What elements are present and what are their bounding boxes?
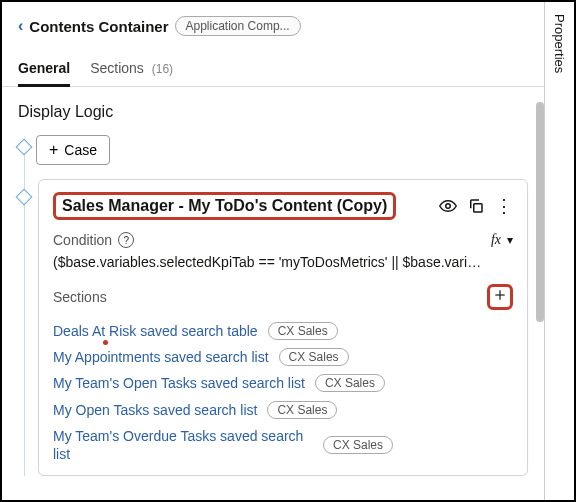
section-link[interactable]: My Open Tasks saved search list	[53, 401, 257, 419]
section-link[interactable]: Deals At Risk saved search table	[53, 322, 258, 340]
case-card: Sales Manager - My ToDo's Content (Copy)…	[38, 179, 528, 476]
card-title[interactable]: Sales Manager - My ToDo's Content (Copy)	[62, 197, 387, 214]
condition-row: Condition ? fx ▾	[53, 232, 513, 248]
tab-sections[interactable]: Sections (16)	[90, 54, 173, 86]
section-link[interactable]: My Team's Open Tasks saved search list	[53, 374, 305, 392]
copy-icon[interactable]	[467, 197, 485, 215]
card-actions: ⋮	[439, 197, 513, 215]
context-pill[interactable]: Application Comp...	[175, 16, 301, 36]
timeline-node-icon	[16, 189, 33, 206]
section-item[interactable]: My Open Tasks saved search list CX Sales	[53, 397, 513, 423]
add-section-highlight	[487, 284, 513, 310]
scrollbar[interactable]	[536, 102, 544, 322]
sections-header-row: Sections	[53, 284, 513, 310]
tab-sections-label: Sections	[90, 60, 144, 76]
add-case-label: Case	[64, 142, 97, 158]
section-item[interactable]: My Team's Open Tasks saved search list C…	[53, 370, 513, 396]
section-link[interactable]: My Team's Overdue Tasks saved search lis…	[53, 427, 313, 463]
section-item[interactable]: My Appointments saved search list CX Sal…	[53, 344, 513, 370]
section-badge: CX Sales	[279, 348, 349, 366]
timeline-node-icon	[16, 139, 33, 156]
main-panel: ‹ Contents Container Application Comp...…	[2, 2, 544, 500]
add-section-button[interactable]	[493, 288, 507, 306]
properties-tab[interactable]: Properties	[552, 14, 567, 73]
section-badge: CX Sales	[268, 322, 338, 340]
eye-icon[interactable]	[439, 197, 457, 215]
kebab-menu-icon[interactable]: ⋮	[495, 197, 513, 215]
section-badge: CX Sales	[323, 436, 393, 454]
section-link[interactable]: My Appointments saved search list	[53, 348, 269, 366]
tab-general-label: General	[18, 60, 70, 76]
help-icon[interactable]: ?	[118, 232, 134, 248]
card-title-row: Sales Manager - My ToDo's Content (Copy)…	[53, 192, 513, 220]
back-icon[interactable]: ‹	[18, 17, 23, 35]
display-logic-timeline: + Case Sales Manager - My ToDo's Content…	[18, 135, 528, 476]
tab-sections-count: (16)	[152, 62, 173, 76]
chevron-down-icon[interactable]: ▾	[507, 233, 513, 247]
fx-icon[interactable]: fx	[491, 232, 501, 248]
tabs: General Sections (16)	[2, 54, 544, 87]
plus-icon: +	[49, 142, 58, 158]
content: Display Logic + Case Sales Manager - My …	[2, 87, 544, 500]
condition-expression[interactable]: ($base.variables.selectedKpiTab == 'myTo…	[53, 254, 513, 270]
svg-rect-1	[474, 204, 482, 212]
tab-general[interactable]: General	[18, 54, 70, 86]
condition-label: Condition	[53, 232, 112, 248]
fx-controls: fx ▾	[491, 232, 513, 248]
sections-label: Sections	[53, 289, 107, 305]
section-item[interactable]: Deals At Risk saved search table CX Sale…	[53, 318, 513, 344]
right-sidebar: Properties	[544, 2, 574, 500]
section-badge: CX Sales	[267, 401, 337, 419]
section-item[interactable]: My Team's Overdue Tasks saved search lis…	[53, 423, 513, 467]
page-title: Contents Container	[29, 18, 168, 35]
svg-point-0	[446, 204, 451, 209]
header: ‹ Contents Container Application Comp...	[2, 2, 544, 54]
section-badge: CX Sales	[315, 374, 385, 392]
breadcrumb: ‹ Contents Container Application Comp...	[18, 16, 528, 36]
display-logic-title: Display Logic	[18, 103, 528, 121]
add-case-button[interactable]: + Case	[36, 135, 110, 165]
card-title-highlight: Sales Manager - My ToDo's Content (Copy)	[53, 192, 396, 220]
